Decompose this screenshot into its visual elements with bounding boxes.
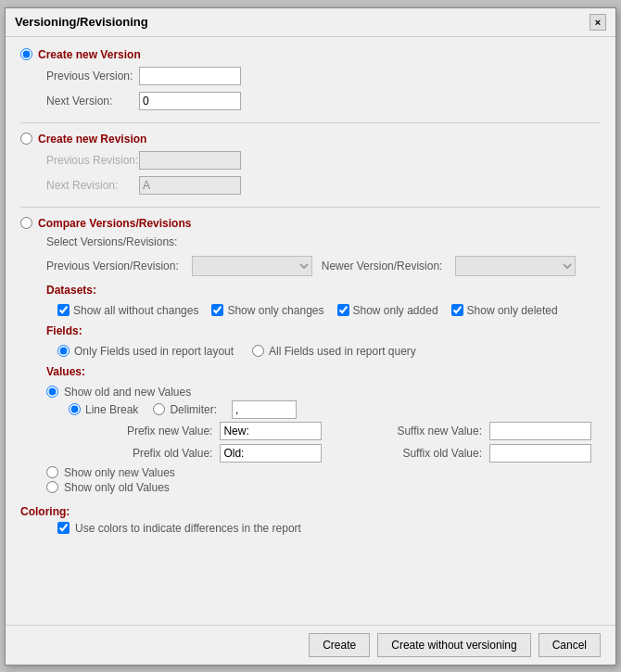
values-section: Show old and new Values Line Break Delim… <box>46 386 601 496</box>
fields-radios: Only Fields used in report layout All Fi… <box>57 345 601 358</box>
next-version-group: Next Version: <box>46 92 601 110</box>
rb-only-new-label[interactable]: Show only new Values <box>64 466 175 479</box>
rb-only-new[interactable] <box>46 466 58 478</box>
suffix-new-input[interactable] <box>489 422 591 440</box>
line-break-text: Line Break <box>85 403 138 416</box>
create-version-label[interactable]: Create new Version <box>38 48 141 61</box>
next-version-label: Next Version: <box>46 95 139 108</box>
cb-only-deleted-label[interactable]: Show only deleted <box>451 304 558 317</box>
create-revision-label[interactable]: Create new Revision <box>38 133 146 146</box>
title-bar: Versioning/Revisioning × <box>6 8 615 37</box>
rb-all-fields[interactable] <box>252 345 264 357</box>
coloring-section: Coloring: Use colors to indicate differe… <box>20 505 601 535</box>
version-selects-row: Previous Version/Revision: Newer Version… <box>46 256 601 276</box>
newer-vr-label: Newer Version/Revision: <box>322 260 443 273</box>
create-without-button[interactable]: Create without versioning <box>377 633 530 657</box>
show-only-new-row: Show only new Values <box>46 466 601 479</box>
rb-all-fields-label[interactable]: All Fields used in report query <box>252 345 416 358</box>
create-revision-radio[interactable] <box>20 133 32 145</box>
suffix-old-input[interactable] <box>489 444 591 463</box>
cb-only-added[interactable] <box>337 304 349 316</box>
dialog-content: Create new Version Previous Version: Nex… <box>6 37 615 625</box>
show-old-new-row: Show old and new Values <box>46 386 601 399</box>
rb-delimiter[interactable] <box>153 403 165 415</box>
coloring-checkbox-label: Use colors to indicate differences in th… <box>75 522 301 535</box>
line-break-label[interactable]: Line Break <box>69 403 138 416</box>
cb-only-added-text: Show only added <box>353 304 438 317</box>
prefix-old-label: Prefix old Value: <box>69 447 212 460</box>
coloring-checkbox-row: Use colors to indicate differences in th… <box>57 522 601 535</box>
rb-line-break[interactable] <box>69 403 81 415</box>
delimiter-input[interactable] <box>232 400 297 419</box>
close-icon: × <box>595 17 601 28</box>
rb-only-old[interactable] <box>46 481 58 493</box>
cb-only-changes-text: Show only changes <box>227 304 323 317</box>
rb-only-fields-label[interactable]: Only Fields used in report layout <box>57 345 234 358</box>
previous-vr-select[interactable] <box>192 256 312 276</box>
prefix-new-label: Prefix new Value: <box>69 425 212 437</box>
rb-only-old-label[interactable]: Show only old Values <box>64 481 170 494</box>
cb-only-changes-label[interactable]: Show only changes <box>211 304 323 317</box>
cb-only-deleted[interactable] <box>451 304 463 316</box>
select-versions-label: Select Versions/Revisions: <box>46 235 601 248</box>
create-version-section: Create new Version <box>20 48 601 61</box>
create-button[interactable]: Create <box>309 633 370 657</box>
next-version-input[interactable] <box>139 92 241 110</box>
line-break-row: Line Break Delimiter: <box>69 400 601 419</box>
next-revision-input[interactable] <box>139 176 241 195</box>
rb-old-new[interactable] <box>46 386 58 398</box>
coloring-label: Coloring: <box>20 505 601 518</box>
suffix-old-label: Suffix old Value: <box>338 447 482 460</box>
datasets-checkboxes-row: Show all without changes Show only chang… <box>57 304 601 317</box>
delimiter-label-group[interactable]: Delimiter: <box>153 403 217 416</box>
dialog-footer: Create Create without versioning Cancel <box>6 625 615 665</box>
previous-vr-label: Previous Version/Revision: <box>46 260 179 273</box>
dialog-title: Versioning/Revisioning <box>15 15 148 29</box>
fields-label: Fields: <box>46 324 601 337</box>
cb-no-changes-label[interactable]: Show all without changes <box>57 304 198 317</box>
datasets-label: Datasets: <box>46 284 601 297</box>
create-revision-section: Create new Revision <box>20 133 601 146</box>
next-revision-group: Next Revision: <box>46 176 601 195</box>
close-button[interactable]: × <box>589 14 606 31</box>
cb-only-changes[interactable] <box>211 304 223 316</box>
compare-label[interactable]: Compare Versions/Revisions <box>38 217 191 230</box>
rb-only-fields-text: Only Fields used in report layout <box>74 345 234 358</box>
previous-revision-input[interactable] <box>139 151 241 170</box>
versioning-dialog: Versioning/Revisioning × Create new Vers… <box>5 7 616 666</box>
separator-1 <box>20 122 601 123</box>
separator-2 <box>20 207 601 208</box>
cb-no-changes[interactable] <box>57 304 70 316</box>
prefix-new-input[interactable] <box>220 422 322 440</box>
previous-version-input[interactable] <box>139 67 241 85</box>
prefix-old-input[interactable] <box>220 444 322 463</box>
delimiter-label-text: Delimiter: <box>170 403 217 416</box>
newer-vr-select[interactable] <box>455 256 576 276</box>
previous-version-label: Previous Version: <box>46 70 139 82</box>
previous-revision-label: Previous Revision: <box>46 154 139 167</box>
previous-version-group: Previous Version: <box>46 67 601 85</box>
create-version-radio[interactable] <box>20 48 32 60</box>
coloring-checkbox[interactable] <box>57 522 70 534</box>
rb-only-fields[interactable] <box>57 345 70 357</box>
previous-revision-group: Previous Revision: <box>46 151 601 170</box>
cb-no-changes-text: Show all without changes <box>73 304 198 317</box>
compare-radio[interactable] <box>20 217 32 229</box>
rb-all-fields-text: All Fields used in report query <box>269 345 416 358</box>
suffix-new-label: Suffix new Value: <box>338 425 482 437</box>
rb-old-new-label[interactable]: Show old and new Values <box>64 386 191 399</box>
cb-only-added-label[interactable]: Show only added <box>337 304 438 317</box>
prefix-suffix-grid: Prefix new Value: Suffix new Value: Pref… <box>69 422 601 463</box>
cb-only-deleted-text: Show only deleted <box>467 304 558 317</box>
compare-section: Compare Versions/Revisions <box>20 217 601 230</box>
cancel-button[interactable]: Cancel <box>539 633 601 657</box>
show-only-old-row: Show only old Values <box>46 481 601 494</box>
next-revision-label: Next Revision: <box>46 179 139 192</box>
values-label: Values: <box>46 365 601 378</box>
